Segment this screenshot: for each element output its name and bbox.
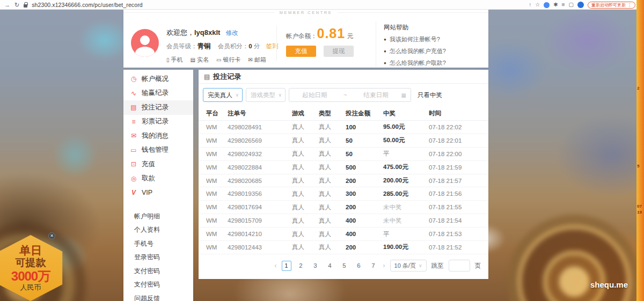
share-icon[interactable]: ↑ <box>529 2 531 8</box>
page-number-1[interactable]: 1 <box>282 261 291 271</box>
verify-row: ▯ 手机 ▤ 实名 ▭ 银行卡 ✉ 邮箱 <box>166 56 279 64</box>
chevron-down-icon: ∨ <box>278 92 282 98</box>
cell-game: 真人 <box>292 243 319 251</box>
reload-icon[interactable]: ↻ <box>14 2 19 8</box>
table-row[interactable]: WM 4298028491 真人 真人 100 95.00元 07-18 22:… <box>199 121 488 134</box>
verify-item[interactable]: ▤ 实名 <box>191 56 209 64</box>
restart-update-button[interactable]: 重新启动即可更新 ⋮ <box>588 2 635 9</box>
welcome-row: 欢迎您，lyq8xklt修改 <box>166 28 279 38</box>
reading-list-icon[interactable]: ≡ <box>562 2 565 8</box>
balance-unit: 元 <box>347 33 353 39</box>
sidebar-item-登录密码[interactable]: 登录密码 <box>123 251 193 265</box>
table-row[interactable]: WM 4298015709 真人 真人 400 未中奖 07-18 21:54 <box>199 214 488 227</box>
sidebar-item-帐户概况[interactable]: ◷ 帐户概况 <box>123 72 193 86</box>
cell-type: 真人 <box>319 230 346 238</box>
paw-extension-icon[interactable]: ✱ <box>553 2 558 8</box>
cell-game: 真人 <box>292 163 319 171</box>
help-item[interactable]: ● 怎么给我的帐户取款? <box>384 59 486 67</box>
browser-profile-avatar[interactable] <box>577 2 584 8</box>
promo-close-button[interactable]: ✕ <box>48 232 55 239</box>
platform-select-value: 完美真人 <box>208 91 232 99</box>
cell-time: 07-18 22:02 <box>429 124 480 130</box>
help-item-label: 我该如何注册帐号? <box>390 35 440 43</box>
page-size-select[interactable]: 10 条/页 ∨ <box>390 260 427 271</box>
page-number-3[interactable]: 3 <box>311 261 320 271</box>
recharge-button[interactable]: 充值 <box>286 46 316 57</box>
prev-page-button[interactable]: ‹ <box>275 262 277 269</box>
next-page-button[interactable]: › <box>383 262 385 269</box>
verify-item[interactable]: ✉ 邮箱 <box>248 56 266 64</box>
table-row[interactable]: WM 4298019356 真人 真人 300 285.00元 07-18 21… <box>199 187 488 201</box>
table-row[interactable]: WM 4298012443 真人 真人 200 190.00元 07-18 21… <box>199 241 488 254</box>
cell-win: 95.00元 <box>383 123 429 131</box>
kebab-menu-icon[interactable]: ⋮ <box>627 3 632 8</box>
promo-line1: 单日 <box>19 244 42 257</box>
cell-bet-no: 4298019356 <box>228 190 292 197</box>
cell-type: 真人 <box>319 243 346 251</box>
table-row[interactable]: WM 4298017694 真人 真人 200 未中奖 07-18 21:55 <box>199 201 488 214</box>
sidebar-item-label: 彩票记录 <box>142 117 169 126</box>
platform-select[interactable]: 完美真人 ∨ <box>203 88 243 102</box>
page-number-4[interactable]: 4 <box>325 261 335 271</box>
cell-amount: 400 <box>346 231 383 237</box>
cell-game: 真人 <box>292 123 319 131</box>
verify-item[interactable]: ▭ 银行卡 <box>216 56 240 64</box>
sidebar-item-取款[interactable]: ◎ 取款 <box>123 172 193 186</box>
sidebar: ◷ 帐户概况 ∿ 输赢纪录 ▤ 投注记录 ≡ 彩票记录 ✉ 我的消息 ▭ 钱包管… <box>123 70 193 301</box>
sidebar-item-支付密码[interactable]: 支付密码 <box>123 265 193 278</box>
sidebar-item-输赢纪录[interactable]: ∿ 输赢纪录 <box>123 86 193 101</box>
cell-game: 真人 <box>292 136 319 144</box>
verify-item-label: 银行卡 <box>223 56 240 64</box>
sidebar-item-问题反馈[interactable]: 问题反馈 <box>123 292 193 301</box>
game-type-select[interactable]: 游戏类型 ∨ <box>246 88 286 102</box>
verify-item[interactable]: ▯ 手机 <box>166 56 183 64</box>
sidebar-item-帐户明细[interactable]: 帐户明细 <box>123 210 193 224</box>
date-range-input[interactable]: 起始日期 ~ 结束日期 ▦ <box>289 88 411 102</box>
cell-win: 285.00元 <box>383 190 429 198</box>
lock-icon <box>24 4 27 8</box>
balance-value: 0.81 <box>317 26 346 41</box>
jump-page-input[interactable] <box>449 260 470 271</box>
page-number-5[interactable]: 5 <box>340 261 349 271</box>
tab-group-icon[interactable]: ▢ <box>569 2 574 8</box>
table-row[interactable]: WM 4298014210 真人 真人 400 平 07-18 21:53 <box>199 227 488 241</box>
cell-win: 未中奖 <box>383 203 429 211</box>
table-row[interactable]: WM 4298024932 真人 真人 50 平 07-18 22:00 <box>199 148 488 161</box>
recharge-icon: ⊡ <box>130 160 137 168</box>
sidebar-item-我的消息[interactable]: ✉ 我的消息 <box>123 129 193 143</box>
sidebar-item-支付密码[interactable]: 支付密码 <box>123 278 193 292</box>
win-only-filter[interactable]: 只看中奖 <box>418 91 442 99</box>
list-icon: ≡ <box>130 118 137 126</box>
promo-line2: 可提款 <box>16 257 46 269</box>
table-row[interactable]: WM 4298026569 真人 真人 50 50.00元 07-18 22:0… <box>199 134 488 148</box>
bookmark-star-icon[interactable]: ☆ <box>535 2 540 8</box>
forward-icon[interactable]: → <box>4 2 10 8</box>
page-number-7[interactable]: 7 <box>369 261 378 271</box>
sidebar-item-充值[interactable]: ⊡ 充值 <box>123 157 193 172</box>
wallet-icon: ▭ <box>130 146 137 154</box>
points-value: 0 <box>248 43 252 49</box>
sidebar-item-钱包管理[interactable]: ▭ 钱包管理 <box>123 143 193 158</box>
sidebar-item-手机号[interactable]: 手机号 <box>123 237 193 251</box>
sidebar-item-投注记录[interactable]: ▤ 投注记录 <box>123 100 193 115</box>
extension-icon[interactable] <box>544 2 550 8</box>
level-label: 会员等级： <box>166 43 197 49</box>
sidebar-item-彩票记录[interactable]: ≡ 彩票记录 <box>123 115 193 129</box>
bullet-icon: ● <box>384 49 386 54</box>
help-item[interactable]: ● 怎么给我的帐户充值? <box>384 47 486 55</box>
page-number-2[interactable]: 2 <box>296 261 306 271</box>
cell-time: 07-18 21:52 <box>429 244 480 251</box>
browser-bar: → ↻ sh2300.x12346666.com/pc/user/bet_rec… <box>0 0 644 10</box>
address-bar[interactable]: sh2300.x12346666.com/pc/user/bet_record <box>32 2 142 8</box>
page-number-6[interactable]: 6 <box>354 261 364 271</box>
sidebar-item-个人资料[interactable]: 个人资料 <box>123 223 193 237</box>
help-item[interactable]: ● 我该如何注册帐号? <box>384 35 486 43</box>
bullet-icon: ● <box>384 61 386 65</box>
sidebar-item-VIP[interactable]: V VIP <box>123 186 193 200</box>
modify-link[interactable]: 修改 <box>225 30 238 36</box>
cell-amount: 200 <box>346 244 383 251</box>
withdraw-button[interactable]: 提现 <box>324 46 354 57</box>
cell-time: 07-18 22:00 <box>429 151 480 157</box>
table-row[interactable]: WM 4298020685 真人 真人 200 200.00元 07-18 21… <box>199 174 488 188</box>
table-row[interactable]: WM 4298022884 真人 真人 500 475.00元 07-18 21… <box>199 161 488 174</box>
